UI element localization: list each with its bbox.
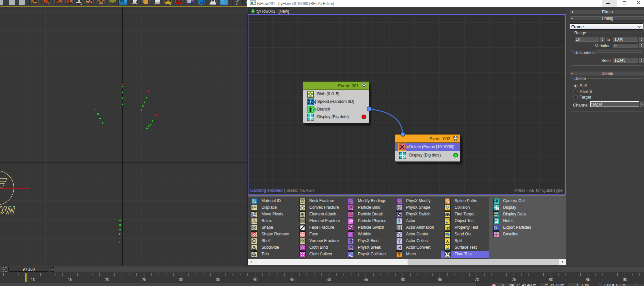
svg-text:80: 80 (549, 277, 553, 282)
svg-text:20: 20 (105, 277, 109, 282)
svg-text:40: 40 (253, 277, 257, 282)
svg-text:25: 25 (142, 277, 146, 282)
svg-text:OW: OW (0, 204, 15, 216)
svg-text:10: 10 (31, 277, 35, 282)
svg-text:0.0m: 0.0m (581, 283, 589, 286)
svg-text:30: 30 (179, 277, 183, 282)
svg-text:60: 60 (401, 277, 405, 282)
svg-text:10101: 10101 (494, 213, 499, 214)
svg-text:x: x (28, 185, 30, 189)
svg-text:75: 75 (512, 277, 516, 282)
svg-text:35: 35 (216, 277, 220, 282)
svg-text:49.466m: 49.466m (522, 283, 536, 286)
svg-text:Grid = 10.0m: Grid = 10.0m (604, 283, 626, 286)
svg-text:Y:: Y: (545, 283, 548, 286)
svg-text:1010: 1010 (494, 215, 498, 216)
svg-text:39.333m: 39.333m (550, 283, 564, 286)
svg-text:65: 65 (438, 277, 442, 282)
svg-text:90: 90 (623, 277, 627, 282)
svg-text:X:: X: (516, 283, 520, 286)
svg-text:Z:: Z: (576, 283, 579, 286)
svg-text:85: 85 (586, 277, 590, 282)
svg-text:50: 50 (327, 277, 331, 282)
svg-text:15: 15 (68, 277, 72, 282)
svg-text:45: 45 (290, 277, 294, 282)
svg-text:70: 70 (475, 277, 479, 282)
svg-text:55: 55 (364, 277, 368, 282)
